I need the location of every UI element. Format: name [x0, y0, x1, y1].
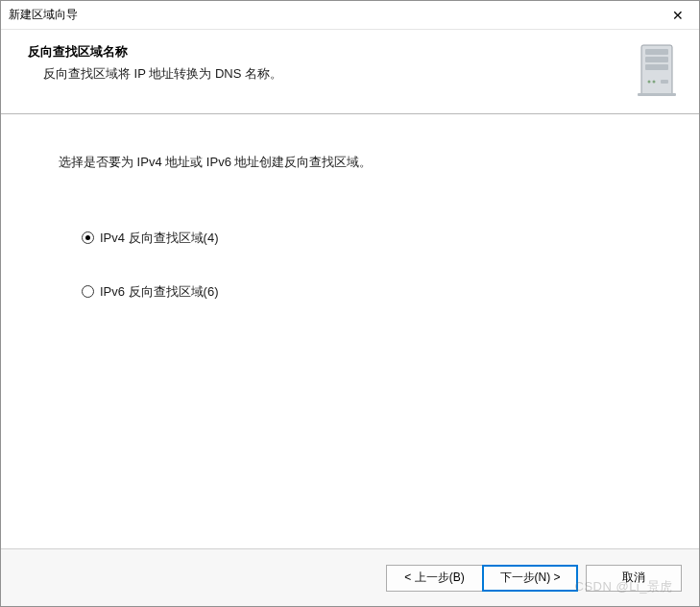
- zone-type-radio-group: IPv4 反向查找区域(4) IPv6 反向查找区域(6): [82, 230, 641, 301]
- close-icon: ✕: [672, 8, 684, 23]
- cancel-button[interactable]: 取消: [586, 565, 682, 592]
- close-button[interactable]: ✕: [656, 1, 699, 29]
- radio-icon: [82, 285, 94, 298]
- ipv4-radio-label: IPv4 反向查找区域(4): [100, 230, 219, 247]
- window-title: 新建区域向导: [9, 7, 78, 23]
- next-button[interactable]: 下一步(N) >: [482, 565, 578, 592]
- back-button[interactable]: < 上一步(B): [386, 565, 482, 592]
- instruction-text: 选择是否要为 IPv4 地址或 IPv6 地址创建反向查找区域。: [59, 153, 641, 172]
- svg-rect-1: [645, 49, 668, 55]
- titlebar: 新建区域向导 ✕: [1, 1, 699, 30]
- server-icon: [634, 43, 680, 97]
- svg-rect-7: [638, 93, 676, 96]
- svg-point-4: [648, 81, 651, 84]
- radio-icon: [82, 231, 94, 244]
- svg-point-5: [653, 81, 656, 84]
- wizard-window: 新建区域向导 ✕ 反向查找区域名称 反向查找区域将 IP 地址转换为 DNS 名…: [0, 0, 700, 607]
- wizard-header: 反向查找区域名称 反向查找区域将 IP 地址转换为 DNS 名称。: [1, 30, 699, 114]
- wizard-content: 选择是否要为 IPv4 地址或 IPv6 地址创建反向查找区域。 IPv4 反向…: [1, 114, 699, 548]
- ipv6-radio-option[interactable]: IPv6 反向查找区域(6): [82, 283, 641, 301]
- ipv4-radio-option[interactable]: IPv4 反向查找区域(4): [82, 230, 641, 247]
- svg-rect-3: [645, 64, 668, 70]
- header-title: 反向查找区域名称: [28, 43, 624, 61]
- wizard-footer: < 上一步(B) 下一步(N) > 取消: [1, 548, 699, 606]
- svg-rect-2: [645, 57, 668, 62]
- ipv6-radio-label: IPv6 反向查找区域(6): [100, 283, 219, 301]
- header-text: 反向查找区域名称 反向查找区域将 IP 地址转换为 DNS 名称。: [28, 43, 624, 84]
- svg-rect-6: [661, 80, 668, 84]
- header-subtitle: 反向查找区域将 IP 地址转换为 DNS 名称。: [43, 64, 624, 84]
- nav-button-group: < 上一步(B) 下一步(N) >: [386, 565, 578, 592]
